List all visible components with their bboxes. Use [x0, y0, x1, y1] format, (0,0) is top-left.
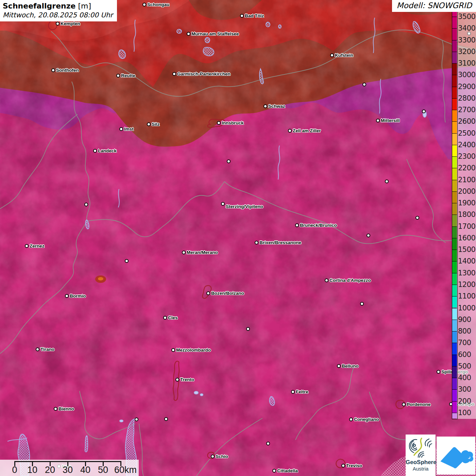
- colorbar-segment: [452, 52, 457, 63]
- city-dot: [175, 378, 179, 381]
- colorbar-tick-label: 700: [458, 339, 471, 347]
- city-label: Sterzing/Vipiteno: [226, 204, 263, 209]
- city-dot: [84, 203, 88, 206]
- city-dot: [93, 149, 97, 153]
- city-label: Zernez: [30, 243, 45, 249]
- city-dot: [349, 418, 353, 421]
- city-dot: [51, 68, 55, 72]
- city-label: Schio: [216, 454, 228, 459]
- city-dot: [221, 202, 225, 206]
- colorbar-segment: [452, 168, 457, 180]
- colorbar-segment: [452, 366, 457, 378]
- city-dot: [240, 14, 244, 18]
- scalebar-tick-label: 40: [80, 465, 90, 475]
- city-dot: [246, 327, 250, 331]
- city-dot: [125, 259, 129, 263]
- scalebar-tick-label: 20: [45, 465, 55, 475]
- partner-logo-box: [437, 437, 475, 475]
- colorbar-tick-label: 1900: [458, 199, 475, 207]
- city-label: Mezzolombardo: [176, 347, 211, 353]
- city-label: Bozen/Bolzano: [211, 291, 244, 296]
- colorbar-tick-label: 2300: [458, 152, 475, 160]
- city-label: Kempten: [61, 21, 80, 26]
- colorbar-segment: [452, 98, 457, 110]
- city-label: Innsbruck: [222, 120, 244, 125]
- colorbar-tick-label: 1500: [458, 245, 475, 254]
- city-dot: [402, 403, 406, 406]
- city-dot: [291, 390, 295, 394]
- city-label: Landeck: [98, 148, 117, 153]
- colorbar-segment: [452, 191, 457, 203]
- city-dot: [65, 294, 69, 298]
- title-parameter: Schneefallgrenze: [3, 2, 75, 10]
- page-title: Schneefallgrenze [m]: [3, 2, 113, 10]
- city-label: Kufstein: [335, 53, 353, 58]
- city-dot: [367, 234, 370, 237]
- colorbar-segment: [452, 63, 457, 75]
- colorbar-segment: [452, 308, 457, 320]
- title-datetime: Mittwoch, 20.08.2025 08:00 Uhr: [3, 11, 113, 19]
- colorbar-tick-label: 1000: [458, 304, 475, 312]
- colorbar-segment: [452, 28, 457, 40]
- colorbar-tick-label: 200: [458, 397, 471, 405]
- city-dot: [36, 347, 39, 351]
- colorbar-segment: [452, 180, 457, 191]
- city-dot: [266, 442, 270, 445]
- city-dot: [272, 469, 276, 473]
- colorbar-segment: [452, 413, 457, 419]
- colorbar-tick-label: 1700: [458, 222, 475, 231]
- city-dot: [288, 129, 292, 133]
- city-label: Cles: [168, 315, 178, 320]
- colorbar-segment: [452, 378, 457, 389]
- colorbar-tick-label: 3400: [458, 24, 475, 32]
- colorbar-tick-label: 3000: [458, 71, 475, 79]
- city-label: Bormio: [70, 293, 86, 299]
- city-dot: [187, 32, 190, 36]
- city-dot: [385, 180, 389, 183]
- city-label: Meran/Merano: [187, 250, 218, 255]
- city-dot: [164, 417, 168, 421]
- city-label: Sonthofen: [56, 68, 79, 73]
- colorbar-segment: [452, 250, 457, 261]
- colorbar-segment: [452, 285, 457, 296]
- scalebar-tick-label: 60km: [114, 465, 137, 475]
- colorbar-tick-label: 300: [458, 385, 471, 393]
- city-dot: [362, 83, 366, 86]
- colorbar-tick-label: 1400: [458, 257, 475, 265]
- colorbar-segment: [452, 87, 457, 98]
- colorbar-segment: [452, 389, 457, 401]
- city-dot: [295, 223, 299, 227]
- scalebar-tick-label: 0: [12, 465, 17, 475]
- city-label: Treviso: [346, 463, 362, 468]
- city-dot: [415, 216, 419, 220]
- colorbar-tick-label: 600: [458, 351, 471, 359]
- geosphere-logo-icon: [409, 437, 432, 458]
- city-dot: [206, 291, 210, 295]
- colorbar-segment: [452, 355, 457, 366]
- colorbar-tick-label: 2900: [458, 83, 475, 91]
- colorbar-segment: [452, 156, 457, 168]
- city-dot: [341, 464, 345, 468]
- colorbar-segment: [452, 145, 457, 156]
- city-dot: [56, 22, 60, 26]
- model-label: Modell: SNOWGRID: [397, 1, 472, 10]
- colorbar-tick-label: 900: [458, 316, 471, 324]
- city-label: Conegliano: [354, 417, 379, 422]
- city-dot: [217, 121, 221, 125]
- colorbar-tick-label: 2400: [458, 141, 475, 149]
- city-dot: [54, 407, 57, 411]
- colorbar-tick-label: 3100: [458, 59, 475, 67]
- colorbar-segment: [452, 273, 457, 285]
- geosphere-logo-country: Austria: [406, 466, 436, 472]
- city-label: Schwaz: [268, 104, 285, 109]
- city-label: Brixen/Bressanone: [259, 240, 301, 245]
- city-label: Garmisch-Partenkirchen: [177, 71, 231, 76]
- city-dot: [376, 119, 380, 122]
- colorbar-tick-label: 2600: [458, 117, 475, 125]
- colorbar-tick-label: 3200: [458, 48, 475, 56]
- city-dot: [337, 364, 341, 368]
- city-dot: [330, 53, 334, 57]
- city-label: Cortina d'Ampezzo: [329, 278, 371, 283]
- colorbar-tick-label: 2100: [458, 176, 475, 184]
- colorbar-segment: [452, 261, 457, 273]
